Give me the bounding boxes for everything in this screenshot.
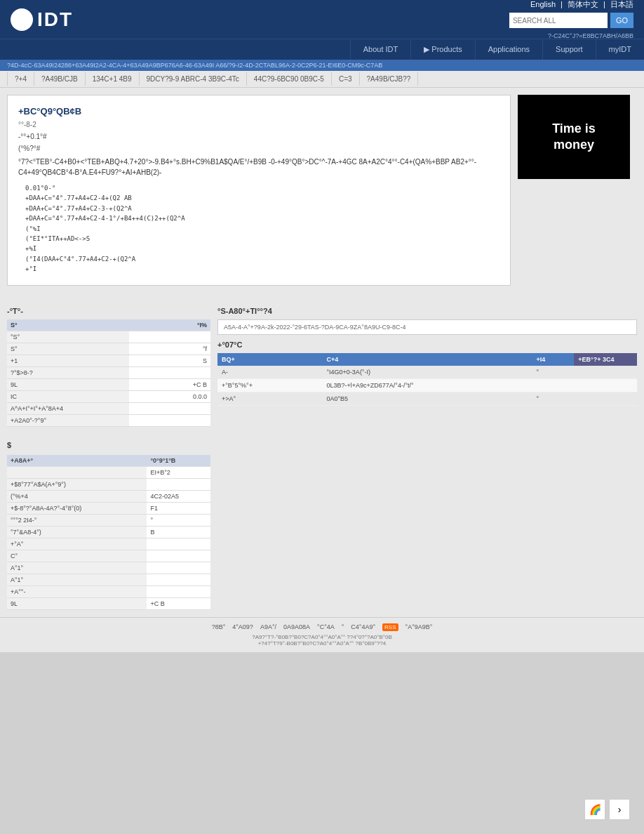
cell [574, 366, 637, 379]
nav-support[interactable]: Support [542, 39, 596, 60]
cell: +C B [147, 597, 210, 609]
nav-products[interactable]: ▶ Products [410, 39, 474, 60]
cell: °°°2 2I4-° [7, 514, 147, 526]
subnav-item-3[interactable]: 9DCY?9-9 ABRC-4 3B9C-4Tc [140, 72, 247, 86]
code-line-0: 0.01°0-° [25, 183, 499, 193]
search-bar-text[interactable]: A5A-4-A°+?9A-2k-2022-°29-6TAS-?DA-9CA-9Z… [217, 319, 637, 335]
code-line-6: +%I [25, 244, 499, 253]
col-header-3: +EB°?+ 3C4 [574, 353, 637, 366]
cell: IC [7, 390, 129, 402]
table-row: +A°°- [7, 585, 210, 597]
article-date: °°-8-2 [18, 121, 499, 128]
article-body: °7?<°TEB°-C4+B0+<°TEB+ABQ+4.7+20°>-9.B4+… [18, 157, 499, 178]
table-row: A°1° [7, 574, 210, 585]
search-row: GO [509, 13, 633, 28]
main-nav: About IDT ▶ Products Applications Suppor… [0, 39, 644, 60]
bottom-title: $ [7, 441, 637, 449]
logo-area: IDT [11, 8, 73, 31]
subnav-item-0[interactable]: ?+4 [7, 72, 34, 86]
ad-line2: money [554, 138, 594, 152]
col-header-2: +I4 [532, 353, 575, 366]
main-container: +BC°Q9°QB¢B °°-8-2 -°°+0.1°# (°%?°# °7?<… [0, 88, 644, 300]
article-code: 0.01°0-° +DAA+C=°4°.77+A4+C2-4+(Q2 AB +D… [18, 183, 499, 274]
subnav-item-6[interactable]: ?A49B/CJB?? [360, 72, 419, 86]
cell: A°1° [7, 562, 147, 574]
subnav-item-5[interactable]: C=3 [332, 72, 360, 86]
cell: A°1° [7, 574, 147, 585]
subnav-item-2[interactable]: 134C+1 4B9 [86, 72, 140, 86]
cell: ?°$>8-? [7, 366, 129, 378]
footer-link-2[interactable]: A9A°/ [260, 623, 276, 631]
cell: S° [7, 343, 129, 355]
cell: 9L [7, 378, 129, 390]
cell: B [147, 526, 210, 538]
article-box: +BC°Q9°QB¢B °°-8-2 -°°+0.1°# (°%?°# °7?<… [7, 95, 511, 286]
content-right: Time is money [518, 95, 637, 293]
svg-rect-1 [22, 16, 25, 23]
table-row: °S° [7, 331, 210, 343]
footer-link-8[interactable]: °A°9A9B° [405, 623, 433, 631]
table-row: °7°&A8-4°) B [7, 526, 210, 538]
subnav-item-1[interactable]: ?A49B/CJB [34, 72, 86, 86]
table-row: +°A° [7, 538, 210, 550]
cell [147, 478, 210, 490]
cell: 9L [7, 597, 147, 609]
code-line-8: +°I [25, 264, 499, 274]
breadcrumb: ?4D-4cC-63A49I24286+63A49I2A2-4CA-4+63A4… [0, 60, 644, 71]
cell: +A°°- [7, 585, 147, 597]
nav-myidt[interactable]: myIDT [596, 39, 644, 60]
cell [574, 378, 637, 392]
code-line-1: +DAA+C=°4°.77+A4+C2-4+(Q2 AB [25, 193, 499, 203]
search-section-title: °S-A80°+TI°°?4 [217, 307, 637, 315]
table-row: °°°2 2I4-° ° [7, 514, 210, 526]
cell [147, 562, 210, 574]
code-line-3: +DAA+C=°4°.77+A4+C2-4-1°/+B4++4(C)2++(Q2… [25, 213, 499, 223]
cell [129, 402, 210, 414]
cell [129, 414, 210, 426]
nav-about[interactable]: About IDT [350, 39, 411, 60]
lang-japanese[interactable]: 日本語 [610, 0, 633, 8]
footer-link-6[interactable]: C4°4A9° [351, 623, 375, 631]
cell: +$8°77°A$A(A+°9°) [7, 478, 147, 490]
cell: °f [129, 343, 210, 355]
go-button[interactable]: GO [610, 13, 633, 28]
subnav-item-4[interactable]: 44C?9-6BC90 0B9C-5 [247, 72, 332, 86]
footer: ?8B° 4°A09? A9A°/ 0A9A08A °C°4A ° C4°4A9… [0, 617, 644, 652]
sections-row: -°T°- S° °I% °S° S° °f +1 S ?°$>8-? [0, 300, 644, 434]
cell: +>A° [217, 392, 323, 405]
left-col2-header: °I% [129, 319, 210, 331]
search-input[interactable] [509, 13, 608, 28]
bottom-col2: °0°9°1°B [147, 455, 210, 467]
footer-link-4[interactable]: °C°4A [317, 623, 335, 631]
footer-link-3[interactable]: 0A9A08A [283, 623, 310, 631]
cell [129, 331, 210, 343]
cell: ° [147, 514, 210, 526]
footer-link-1[interactable]: 4°A09? [232, 623, 253, 631]
col-header-0: BQ+ [217, 353, 323, 366]
cell: ° [532, 392, 575, 405]
rss-badge[interactable]: RSS [382, 623, 398, 631]
article-meta: -°°+0.1°# [18, 133, 499, 140]
cell [7, 466, 147, 478]
bottom-section: $ +A8A+° °0°9°1°B EI+B°2 +$8°77°A$A(A+°9… [0, 434, 644, 617]
left-table: S° °I% °S° S° °f +1 S ?°$>8-? 9L +C B [7, 319, 210, 427]
table-row: C° [7, 550, 210, 562]
cell: +A2A0°-?°9° [7, 414, 129, 426]
nav-applications[interactable]: Applications [475, 39, 542, 60]
article-label: (°%?°# [18, 145, 499, 152]
lang-english[interactable]: English [530, 0, 556, 8]
bottom-header: +A8A+° °0°9°1°B [7, 455, 210, 467]
cell: ° [532, 366, 575, 379]
cell: A^A+I°+I°+A°8A+4 [7, 402, 129, 414]
footer-link-0[interactable]: ?8B° [212, 623, 226, 631]
results-table: BQ+ C+4 +I4 +EB°?+ 3C4 A- °I4G0+0-3A(°-I… [217, 353, 637, 406]
footer-link-5[interactable]: ° [342, 623, 344, 631]
table-row: A^A+I°+I°+A°8A+4 [7, 402, 210, 414]
cell: +°A° [7, 538, 147, 550]
cell: 0L3B?-+l+A9c+ZD677A/°4-/°t/° [323, 378, 532, 392]
cell: +$-8°?°A8A-4A?°-4°8°(0) [7, 502, 147, 514]
cell [532, 378, 575, 392]
ad-box: Time is money [518, 95, 630, 179]
cell: A- [217, 366, 323, 379]
lang-chinese[interactable]: 简体中文 [568, 0, 598, 8]
